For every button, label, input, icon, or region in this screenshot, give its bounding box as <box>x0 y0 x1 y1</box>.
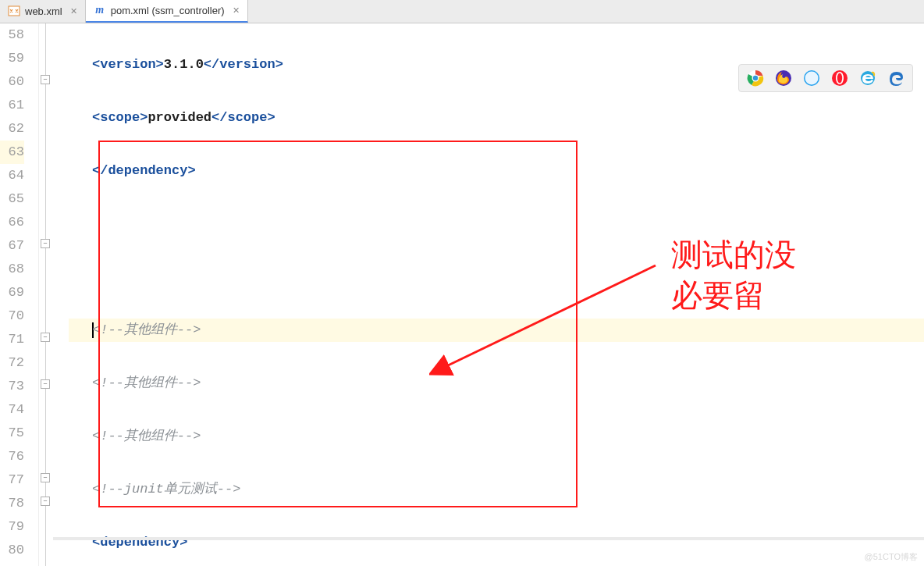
code-line[interactable]: <!--junit单元测试--> <box>69 478 924 501</box>
svg-rect-0 <box>9 6 20 16</box>
line-number: 78 <box>0 492 24 515</box>
tab-label: web.xml <box>25 5 62 17</box>
line-number: 79 <box>0 515 24 539</box>
annotation-line: 必要留 <box>671 275 796 315</box>
line-number: 72 <box>0 351 24 375</box>
code-line[interactable]: <dependency> <box>69 531 924 554</box>
code-line[interactable]: <scope>provided</scope> <box>69 106 924 130</box>
line-number: 80 <box>0 539 24 562</box>
line-number: 69 <box>0 281 24 304</box>
tab-webxml[interactable]: web.xml ✕ <box>0 0 86 23</box>
section-separator <box>53 537 924 540</box>
code-line[interactable] <box>69 212 924 236</box>
line-number: 68 <box>0 258 24 281</box>
watermark-text: @51CTO博客 <box>865 551 918 563</box>
svg-point-10 <box>837 73 842 84</box>
fold-column[interactable]: – – – – – – <box>39 23 53 566</box>
line-number: 71 <box>0 328 24 351</box>
line-number: 75 <box>0 422 24 445</box>
xml-file-icon <box>8 5 20 17</box>
edge-icon[interactable] <box>887 69 904 87</box>
svg-point-7 <box>805 72 819 85</box>
line-number: 67 <box>0 234 24 258</box>
line-number: 74 <box>0 398 24 422</box>
line-number: 76 <box>0 445 24 468</box>
tab-label: pom.xml (ssm_controller) <box>111 5 225 16</box>
fold-toggle-icon[interactable]: – <box>41 75 50 84</box>
line-number: 63 <box>0 141 24 164</box>
fold-toggle-icon[interactable]: – <box>41 239 50 248</box>
line-number: 61 <box>0 94 24 117</box>
fold-toggle-icon[interactable]: – <box>41 497 50 506</box>
line-number: 59 <box>0 47 24 70</box>
tab-bar: web.xml ✕ m pom.xml (ssm_controller) ✕ <box>0 0 924 23</box>
opera-icon[interactable] <box>831 69 848 87</box>
code-line[interactable]: </dependency> <box>69 159 924 183</box>
svg-line-1 <box>445 265 656 367</box>
line-number: 70 <box>0 304 24 328</box>
fold-toggle-icon[interactable]: – <box>41 333 50 342</box>
close-icon[interactable]: ✕ <box>233 5 240 16</box>
close-icon[interactable]: ✕ <box>70 6 77 16</box>
line-number: 65 <box>0 187 24 211</box>
line-number: 64 <box>0 164 24 187</box>
chrome-icon[interactable] <box>747 69 764 87</box>
fold-toggle-icon[interactable]: – <box>41 379 50 389</box>
fold-toggle-icon[interactable]: – <box>41 473 50 482</box>
line-number: 62 <box>0 117 24 141</box>
browser-preview-toolbar <box>738 64 913 92</box>
line-number: 77 <box>0 468 24 492</box>
annotation-arrow <box>429 250 671 383</box>
maven-file-icon: m <box>94 4 106 16</box>
tab-pomxml[interactable]: m pom.xml (ssm_controller) ✕ <box>86 0 248 23</box>
line-number: 66 <box>0 211 24 234</box>
line-number: 60 <box>0 70 24 94</box>
safari-icon[interactable] <box>803 69 820 87</box>
code-line[interactable]: <!--其他组件--> <box>69 425 924 448</box>
ie-icon[interactable] <box>859 69 876 87</box>
line-number: 58 <box>0 23 24 47</box>
line-number-gutter: 5859606162636465666768697071727374757677… <box>0 23 39 566</box>
annotation-text: 测试的没 必要留 <box>671 234 796 315</box>
annotation-line: 测试的没 <box>671 234 796 275</box>
firefox-icon[interactable] <box>775 69 792 87</box>
line-number: 73 <box>0 375 24 398</box>
svg-point-4 <box>753 76 758 80</box>
